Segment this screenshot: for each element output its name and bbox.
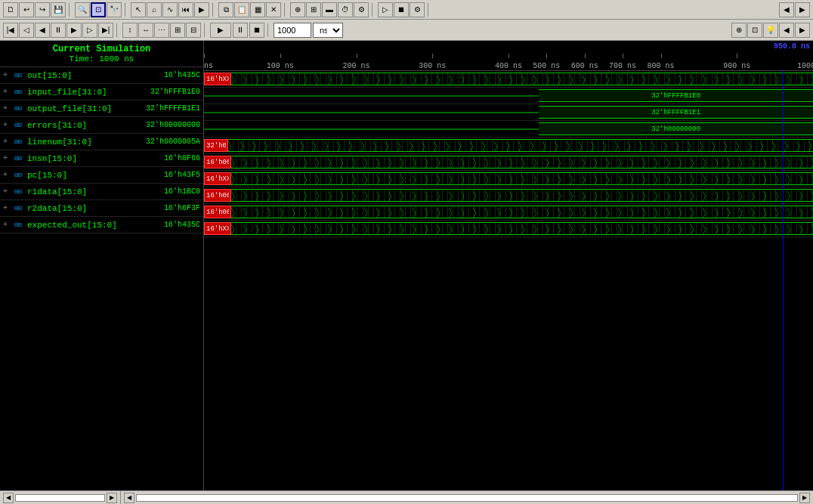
zoom-fit-button[interactable]: ⊡ — [91, 2, 106, 17]
step-fwd-button[interactable]: ▶ — [66, 23, 82, 38]
expand-icon-6[interactable]: + — [0, 171, 11, 179]
signal-row-8[interactable]: + ⊟⊡ r2data[15:0] 16'h6F3F — [0, 200, 203, 217]
tb2-right-4[interactable]: ◀ — [779, 23, 794, 38]
signal-row-1[interactable]: + ⊟⊡ input_file[31:0] 32'hFFFB1E0 — [0, 84, 203, 100]
scroll-right-btn[interactable]: ▶ — [107, 493, 117, 503]
hscroll-left[interactable] — [15, 494, 105, 502]
waves-button[interactable]: ∿ — [162, 2, 178, 17]
wave-seg-label: 16'hXXX — [206, 175, 229, 183]
run-to-end-button[interactable]: ▶| — [98, 23, 113, 38]
signal-row-2[interactable]: + ⊟⊡ output_file[31:0] 32'hFFFFB1E1 — [0, 100, 203, 117]
rewind-button[interactable]: ⏮ — [178, 2, 193, 17]
run-fwd-button[interactable]: ▷ — [82, 23, 97, 38]
add-wave-button[interactable]: ⊕ — [290, 2, 305, 17]
hscroll-right-btn[interactable]: ▶ — [799, 493, 810, 503]
restart-button[interactable]: |◀ — [3, 23, 18, 38]
tb2-right-1[interactable]: ⊕ — [731, 23, 747, 38]
toolbar-sep-2 — [125, 3, 128, 17]
delete-button[interactable]: ✕ — [266, 2, 281, 17]
wave-row-1: 32'hFFFFB1E0 — [204, 88, 813, 104]
add-signal-button[interactable]: ⊞ — [306, 2, 321, 17]
signal-row-6[interactable]: + ⊟⊡ pc[15:0] 16'h43F5 — [0, 167, 203, 184]
tb2-btn-a[interactable]: ↕ — [122, 23, 138, 38]
signal-row-9[interactable]: + ⊟⊡ expected_out[15:0] 16'h435C — [0, 217, 203, 233]
tb2-btn-e[interactable]: ⊟ — [186, 23, 201, 38]
svg-rect-7 — [231, 173, 813, 184]
signal-row-0[interactable]: + ⊟⊡ out[15:0] 16'h435C — [0, 67, 203, 84]
wave-row-7: 16'h0000 — [204, 187, 813, 204]
wave-seg-flat — [204, 89, 539, 102]
hscroll-left-btn[interactable]: ◀ — [124, 493, 134, 503]
time-tick-800ns: 800 ns — [647, 62, 674, 70]
wave-row-3: 32'h00000000 — [204, 121, 813, 138]
marker-button[interactable]: ▶ — [194, 2, 209, 17]
tb2-right-5[interactable]: ▶ — [795, 23, 810, 38]
zoom-in-button[interactable]: 🔍 — [75, 2, 90, 17]
pause-button[interactable]: ⏸ — [51, 23, 66, 38]
select-all-button[interactable]: ▦ — [250, 2, 265, 17]
toolbar-sep-3 — [212, 3, 215, 17]
expand-icon-9[interactable]: + — [0, 221, 11, 229]
redo-button[interactable]: ↪ — [35, 2, 50, 17]
toolbar2-left-group: |◀ ◁ ◀ ⏸ ▶ ▷ ▶| — [3, 23, 113, 38]
save-button[interactable]: 💾 — [51, 2, 66, 17]
tb2-sep-1 — [116, 23, 119, 37]
find-button[interactable]: ⌕ — [147, 2, 162, 17]
sim-stop-button[interactable]: ⏹ — [394, 2, 409, 17]
copy-button[interactable]: ⧉ — [218, 2, 233, 17]
new-button[interactable]: 🗋 — [3, 2, 18, 17]
signal-options-button[interactable]: ⚙ — [354, 2, 369, 17]
step-back-button[interactable]: ◀ — [35, 23, 50, 38]
expand-icon-0[interactable]: + — [0, 71, 11, 79]
tb2-btn-b[interactable]: ↔ — [138, 23, 153, 38]
waveform-panel: 950.0 ns 0 ns100 ns200 ns300 ns400 ns500… — [204, 41, 813, 490]
tb2-pause-btn[interactable]: ⏸ — [233, 23, 248, 38]
toolbar2-right-group: ⊕ ⊡ 💡 ◀ ▶ — [731, 23, 810, 38]
sim-run-button[interactable]: ▷ — [378, 2, 393, 17]
tb2-right-2[interactable]: ⊡ — [747, 23, 762, 38]
wave-seg-bus — [231, 73, 813, 85]
wave-seg-red: 16'h0000 — [204, 156, 231, 169]
cursor-button[interactable]: ↖ — [131, 2, 146, 17]
wave-nav-right[interactable]: ▶ — [795, 2, 810, 17]
add-clock-button[interactable]: ⏱ — [338, 2, 353, 17]
signal-row-7[interactable]: + ⊟⊡ r1data[15:0] 16'h1BC0 — [0, 184, 203, 200]
paste-button[interactable]: 📋 — [234, 2, 249, 17]
expand-icon-8[interactable]: + — [0, 204, 11, 212]
hscrollbar[interactable] — [136, 494, 798, 502]
undo-button[interactable]: ↩ — [19, 2, 34, 17]
main-area: Current Simulation Time: 1000 ns + ⊟⊡ ou… — [0, 41, 813, 504]
sim-time-input[interactable]: 1000 — [274, 23, 311, 38]
tb2-stop-btn[interactable]: ⏹ — [249, 23, 264, 38]
expand-icon-2[interactable]: + — [0, 104, 11, 113]
signal-row-4[interactable]: + ⊟⊡ linenum[31:0] 32'h0000005A — [0, 134, 203, 150]
expand-icon-3[interactable]: + — [0, 121, 11, 129]
scroll-left-btn[interactable]: ◀ — [3, 493, 14, 503]
sim-options-button[interactable]: ⚙ — [410, 2, 425, 17]
sim-time-unit-select[interactable]: ns us ps — [313, 23, 343, 38]
add-divider-button[interactable]: ▬ — [322, 2, 337, 17]
tb2-btn-c[interactable]: ⋯ — [154, 23, 169, 38]
time-tick-900ns: 900 ns — [723, 62, 750, 70]
wave-nav-left[interactable]: ◀ — [779, 2, 794, 17]
tb2-right-3[interactable]: 💡 — [763, 23, 778, 38]
wave-line — [204, 112, 539, 113]
zoom-out-button[interactable]: 🔭 — [107, 2, 122, 17]
signal-value-4: 32'h0000005A — [128, 138, 203, 146]
expand-icon-5[interactable]: + — [0, 154, 11, 162]
wave-seg-label: 16'h0000 — [206, 192, 229, 199]
signal-value-9: 16'h435C — [128, 221, 203, 229]
signal-row-3[interactable]: + ⊟⊡ errors[31:0] 32'h00000000 — [0, 117, 203, 134]
toolbar-sep-4 — [284, 3, 287, 17]
signal-row-5[interactable]: + ⊟⊡ insn[15:0] 16'h0F66 — [0, 150, 203, 167]
expand-icon-7[interactable]: + — [0, 187, 11, 196]
run-back-button[interactable]: ◁ — [19, 23, 34, 38]
expand-icon-4[interactable]: + — [0, 138, 11, 146]
wave-seg-bus — [231, 172, 813, 185]
expand-icon-1[interactable]: + — [0, 88, 11, 96]
signal-value-6: 16'h43F5 — [128, 171, 203, 179]
tb2-green-btn[interactable]: ▶ — [210, 23, 231, 38]
time-tick-1000ns: 1000 ns — [797, 62, 813, 70]
tb2-btn-d[interactable]: ⊞ — [170, 23, 185, 38]
bottom-right-nav: ◀ ▶ — [121, 493, 813, 503]
